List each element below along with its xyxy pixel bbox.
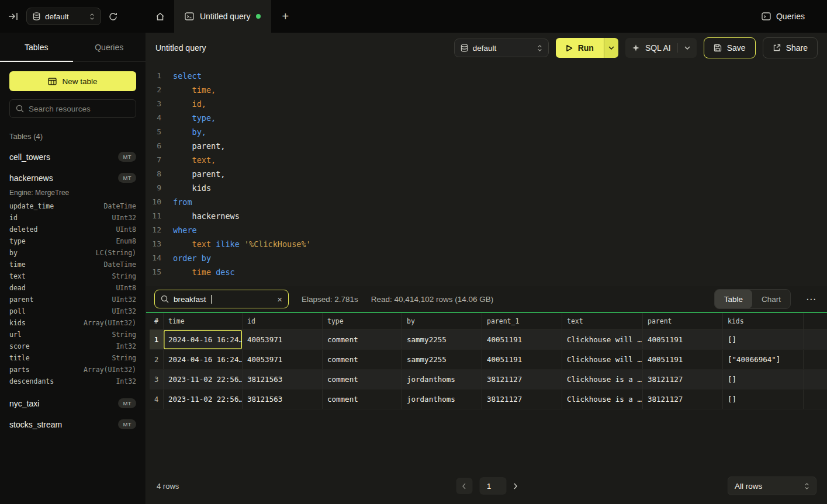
table-row[interactable]: 22024-04-16 16:24…40053971commentsammy22… bbox=[150, 350, 827, 370]
code-line[interactable]: 12where bbox=[146, 223, 827, 237]
new-table-button[interactable]: New table bbox=[9, 71, 136, 91]
table-cell[interactable]: [] bbox=[723, 330, 804, 349]
table-cell[interactable]: comment bbox=[323, 330, 402, 349]
code-line[interactable]: 6 parent, bbox=[146, 139, 827, 153]
table-cell[interactable]: jordanthoms bbox=[402, 390, 482, 409]
column-header[interactable]: # bbox=[150, 313, 164, 329]
column-row[interactable]: idUInt32 bbox=[9, 212, 136, 224]
table-row[interactable]: 12024-04-16 16:24…40053971commentsammy22… bbox=[150, 330, 827, 350]
table-cell[interactable]: jordanthoms bbox=[402, 370, 482, 389]
column-row[interactable]: deadUInt8 bbox=[9, 282, 136, 294]
column-header[interactable]: kids bbox=[723, 313, 804, 329]
run-button[interactable]: Run bbox=[556, 38, 604, 58]
sidebar-table-hackernews[interactable]: hackernewsMT bbox=[9, 173, 136, 183]
table-row[interactable]: 42023-11-02 22:56…38121563commentjordant… bbox=[150, 390, 827, 409]
table-cell[interactable]: 2023-11-02 22:56… bbox=[164, 390, 243, 409]
table-cell[interactable]: 2024-04-16 16:24… bbox=[164, 330, 243, 349]
save-button[interactable]: Save bbox=[704, 37, 756, 58]
code-line[interactable]: 15 time desc bbox=[146, 265, 827, 279]
column-header[interactable]: time bbox=[164, 313, 243, 329]
column-header[interactable]: id bbox=[243, 313, 323, 329]
collapse-sidebar-icon[interactable] bbox=[8, 12, 19, 20]
chevron-down-icon[interactable] bbox=[684, 46, 690, 50]
refresh-icon[interactable] bbox=[109, 12, 117, 21]
code-line[interactable]: 5 by, bbox=[146, 125, 827, 139]
table-cell[interactable]: Clickhouse is a … bbox=[562, 370, 643, 389]
rows-per-page-select[interactable]: All rows bbox=[728, 477, 816, 495]
table-cell[interactable]: sammy2255 bbox=[402, 350, 482, 369]
column-header[interactable]: parent bbox=[643, 313, 723, 329]
table-row[interactable]: 32023-11-02 22:56…38121563commentjordant… bbox=[150, 370, 827, 390]
code-line[interactable]: 8 parent, bbox=[146, 167, 827, 181]
table-cell[interactable]: 38121127 bbox=[643, 390, 723, 409]
sql-ai-button[interactable]: SQL AI bbox=[625, 38, 697, 58]
table-cell[interactable]: 40053971 bbox=[243, 350, 323, 369]
table-cell[interactable]: [] bbox=[723, 390, 804, 409]
home-tab[interactable] bbox=[146, 0, 174, 33]
row-number[interactable]: 3 bbox=[150, 370, 164, 389]
column-row[interactable]: descendantsInt32 bbox=[9, 376, 136, 387]
new-tab-button[interactable]: + bbox=[271, 0, 299, 33]
row-number[interactable]: 1 bbox=[150, 330, 164, 349]
row-number[interactable]: 2 bbox=[150, 350, 164, 369]
table-cell[interactable]: 38121563 bbox=[243, 390, 323, 409]
column-row[interactable]: urlString bbox=[9, 329, 136, 340]
prev-page-button[interactable] bbox=[456, 478, 472, 494]
column-row[interactable]: deletedUInt8 bbox=[9, 224, 136, 235]
code-line[interactable]: 7 text, bbox=[146, 153, 827, 167]
sidebar-table-cell_towers[interactable]: cell_towersMT bbox=[9, 152, 136, 162]
table-cell[interactable]: 38121127 bbox=[482, 370, 562, 389]
column-row[interactable]: parentUInt32 bbox=[9, 294, 136, 305]
sidebar-table-nyc_taxi[interactable]: nyc_taxiMT bbox=[9, 398, 136, 408]
table-cell[interactable]: comment bbox=[323, 390, 402, 409]
query-database-selector[interactable]: default bbox=[454, 39, 549, 57]
column-header[interactable]: type bbox=[323, 313, 402, 329]
view-toggle-table[interactable]: Table bbox=[715, 290, 752, 308]
column-header[interactable]: by bbox=[402, 313, 482, 329]
view-toggle-chart[interactable]: Chart bbox=[752, 290, 790, 308]
table-cell[interactable]: [] bbox=[723, 370, 804, 389]
results-search-input[interactable]: breakfast × bbox=[154, 290, 289, 308]
topbar-database-selector[interactable]: default bbox=[26, 8, 101, 25]
code-line[interactable]: 14order by bbox=[146, 251, 827, 265]
table-cell[interactable]: sammy2255 bbox=[402, 330, 482, 349]
sql-editor[interactable]: 1select2 time,3 id,4 type,5 by,6 parent,… bbox=[146, 63, 827, 286]
column-row[interactable]: timeDateTime bbox=[9, 259, 136, 270]
table-cell[interactable]: 40053971 bbox=[243, 330, 323, 349]
table-cell[interactable]: 40051191 bbox=[643, 350, 723, 369]
queries-button[interactable]: Queries bbox=[762, 12, 827, 21]
row-number[interactable]: 4 bbox=[150, 390, 164, 409]
code-line[interactable]: 10from bbox=[146, 195, 827, 209]
page-number-input[interactable]: 1 bbox=[479, 477, 506, 495]
code-line[interactable]: 11 hackernews bbox=[146, 209, 827, 223]
column-row[interactable]: byLC(String) bbox=[9, 247, 136, 259]
column-header[interactable]: text bbox=[562, 313, 643, 329]
table-cell[interactable]: comment bbox=[323, 350, 402, 369]
column-row[interactable]: scoreInt32 bbox=[9, 340, 136, 352]
sidebar-tab-queries[interactable]: Queries bbox=[73, 33, 146, 61]
table-cell[interactable]: 2023-11-02 22:56… bbox=[164, 370, 243, 389]
column-row[interactable]: titleString bbox=[9, 352, 136, 364]
clear-search-icon[interactable]: × bbox=[277, 294, 282, 304]
table-cell[interactable]: comment bbox=[323, 370, 402, 389]
sidebar-tab-tables[interactable]: Tables bbox=[0, 33, 73, 61]
table-cell[interactable]: Clickhouse will … bbox=[562, 350, 643, 369]
column-row[interactable]: partsArray(UInt32) bbox=[9, 364, 136, 376]
table-cell[interactable]: 40051191 bbox=[482, 350, 562, 369]
table-cell[interactable]: Clickhouse will … bbox=[562, 330, 643, 349]
share-button[interactable]: Share bbox=[763, 37, 818, 58]
column-row[interactable]: textString bbox=[9, 270, 136, 282]
code-line[interactable]: 2 time, bbox=[146, 83, 827, 97]
more-options-icon[interactable]: ⋯ bbox=[804, 293, 819, 305]
column-row[interactable]: kidsArray(UInt32) bbox=[9, 317, 136, 329]
tab-untitled-query[interactable]: Untitled query bbox=[174, 0, 271, 33]
table-cell[interactable]: 38121127 bbox=[643, 370, 723, 389]
code-line[interactable]: 3 id, bbox=[146, 97, 827, 111]
code-line[interactable]: 9 kids bbox=[146, 181, 827, 195]
table-cell[interactable]: ["40066964"] bbox=[723, 350, 804, 369]
code-line[interactable]: 13 text ilike '%ClickHouse%' bbox=[146, 237, 827, 251]
code-line[interactable]: 1select bbox=[146, 69, 827, 83]
column-row[interactable]: update_timeDateTime bbox=[9, 200, 136, 212]
table-cell[interactable]: 40051191 bbox=[643, 330, 723, 349]
table-cell[interactable]: 38121563 bbox=[243, 370, 323, 389]
